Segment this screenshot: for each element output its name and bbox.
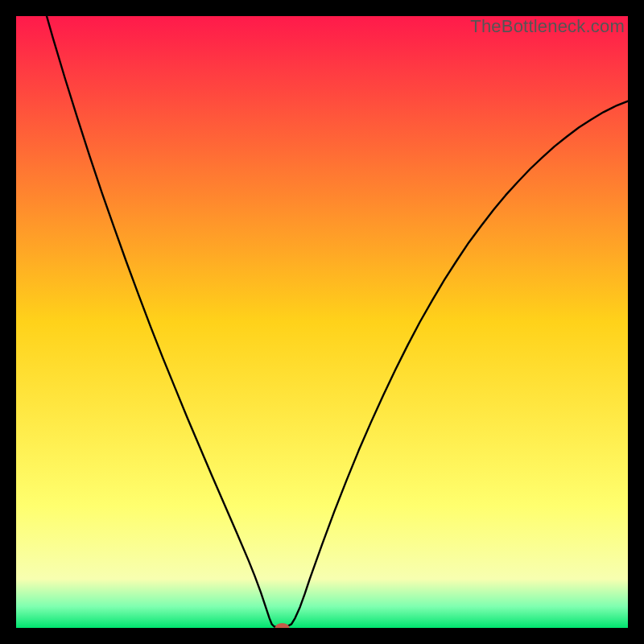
bottleneck-chart xyxy=(16,16,628,628)
chart-background xyxy=(16,16,628,628)
watermark-label: TheBottleneck.com xyxy=(470,16,625,37)
chart-frame: TheBottleneck.com xyxy=(16,16,628,628)
